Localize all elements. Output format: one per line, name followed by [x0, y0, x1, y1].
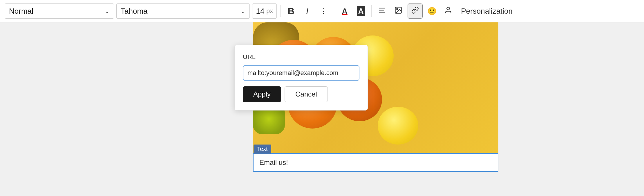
text-block-content[interactable]: Email us! [254, 154, 498, 171]
font-family-dropdown[interactable]: Tahoma ⌄ [116, 3, 250, 19]
insert-image-button[interactable] [391, 4, 405, 18]
insert-image-icon [394, 6, 402, 16]
svg-point-5 [447, 7, 450, 10]
fruit-decoration [378, 107, 418, 145]
content-area: Text Email us! URL Apply Cancel [0, 22, 644, 196]
cancel-button[interactable]: Cancel [285, 86, 328, 102]
font-size-unit: px [266, 7, 273, 15]
personalization-label: Personalization [461, 7, 513, 16]
text-block[interactable]: Text Email us! [253, 153, 498, 172]
bold-button[interactable]: B [284, 4, 298, 18]
person-icon-button[interactable] [441, 4, 455, 18]
text-block-label: Text [254, 145, 271, 154]
personalization-button[interactable]: Personalization [457, 4, 516, 18]
text-align-button[interactable] [375, 4, 389, 18]
url-popover-label: URL [243, 53, 359, 61]
font-color-button[interactable]: A [338, 4, 352, 18]
font-family-chevron: ⌄ [240, 7, 245, 15]
divider-3 [371, 5, 372, 17]
paragraph-style-value: Normal [9, 7, 102, 16]
link-button[interactable] [408, 3, 423, 19]
font-size-value: 14 [256, 7, 265, 16]
italic-icon: I [306, 6, 308, 16]
url-popover: URL Apply Cancel [234, 45, 368, 111]
background-color-button[interactable]: A [354, 4, 368, 18]
more-options-button[interactable]: ⋮ [316, 4, 330, 18]
italic-button[interactable]: I [300, 4, 314, 18]
url-popover-buttons: Apply Cancel [243, 86, 359, 102]
font-family-value: Tahoma [121, 7, 238, 16]
paragraph-style-dropdown[interactable]: Normal ⌄ [5, 3, 114, 19]
url-input[interactable] [243, 65, 359, 81]
apply-button[interactable]: Apply [243, 86, 281, 102]
person-icon [444, 6, 452, 16]
divider-1 [280, 5, 281, 17]
divider-2 [334, 5, 334, 17]
font-size-control[interactable]: 14 px [252, 3, 277, 19]
font-color-icon: A [342, 7, 348, 16]
svg-point-4 [397, 8, 398, 10]
emoji-icon: 🙂 [427, 7, 437, 16]
paragraph-style-chevron: ⌄ [104, 7, 110, 15]
background-color-icon: A [357, 6, 365, 16]
more-options-icon: ⋮ [320, 7, 327, 15]
emoji-button[interactable]: 🙂 [425, 4, 439, 18]
text-align-icon [378, 6, 386, 16]
editor-toolbar: Normal ⌄ Tahoma ⌄ 14 px B I ⋮ A A [0, 0, 644, 22]
link-icon [411, 6, 419, 16]
bold-icon: B [288, 6, 294, 17]
